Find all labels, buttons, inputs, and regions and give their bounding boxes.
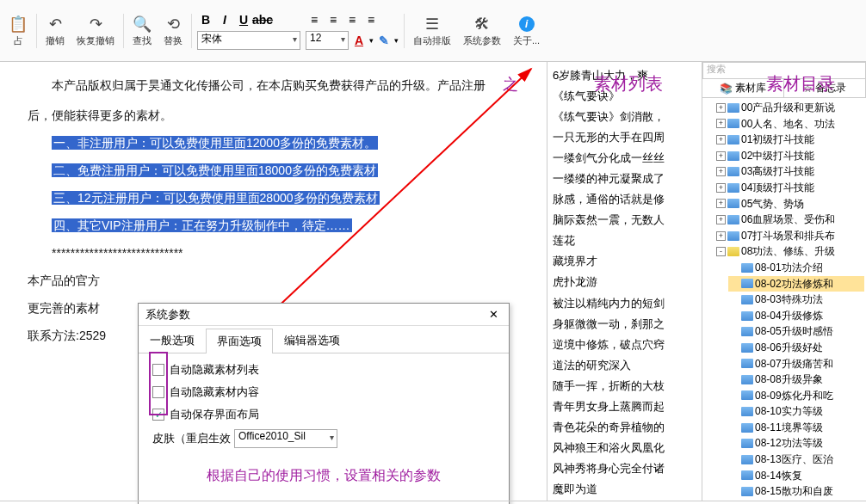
expand-icon[interactable]: +: [716, 151, 726, 161]
check-hide-content[interactable]: [152, 386, 164, 398]
list-item[interactable]: 随手一挥，折断的大枝: [553, 376, 696, 396]
list-item[interactable]: 道法的研究深入: [553, 355, 696, 376]
tree-item[interactable]: +01初级打斗技能: [716, 132, 864, 148]
folder-icon: [741, 263, 753, 273]
list-item[interactable]: 《练气要诀》: [553, 86, 696, 107]
list-item[interactable]: 一只无形的大手在四周: [553, 127, 696, 148]
tree-item[interactable]: 08-13医疗、医治: [728, 452, 864, 468]
list-item[interactable]: 《练气要诀》剑消散，: [553, 107, 696, 127]
folder-icon: [727, 183, 739, 193]
folder-icon: [741, 423, 753, 433]
tree-item[interactable]: +04顶级打斗技能: [716, 180, 864, 196]
tree-item[interactable]: -08功法、修练、升级: [716, 243, 864, 260]
expand-icon[interactable]: +: [716, 231, 726, 241]
tree-item[interactable]: 08-09炼化丹和吃: [728, 388, 864, 404]
expand-icon[interactable]: -: [716, 247, 726, 256]
align-justify-button[interactable]: ≡: [362, 12, 380, 28]
tree-label: 08-07升级痛苦和: [755, 356, 833, 372]
tree-tab-memo[interactable]: ☆备忘录: [784, 79, 866, 97]
font-select[interactable]: 宋体: [197, 31, 300, 50]
align-right-button[interactable]: ≡: [343, 12, 361, 28]
replace-button[interactable]: ⟲替换: [158, 12, 188, 49]
tree-item[interactable]: 08-04升级修炼: [728, 308, 864, 324]
ann-highlight: 之: [503, 76, 518, 93]
tree-label: 08-04升级修炼: [755, 308, 823, 324]
tree-item[interactable]: 08-07升级痛苦和: [728, 356, 864, 372]
list-item[interactable]: 莲花: [553, 230, 696, 251]
autolayout-button[interactable]: ☰自动排版: [408, 12, 456, 49]
highlight-button[interactable]: ✎: [375, 33, 393, 48]
sysparams-button[interactable]: 🛠系统参数: [458, 12, 506, 49]
tree-item[interactable]: 08-10实力等级: [728, 403, 864, 420]
find-button[interactable]: 🔍查找: [127, 12, 157, 49]
tree-item[interactable]: +02中级打斗技能: [716, 148, 864, 164]
material-tree[interactable]: +00产品升级和更新说+00人名、地名、功法+01初级打斗技能+02中级打斗技能…: [702, 98, 866, 501]
about-button[interactable]: i关于...: [508, 12, 545, 49]
list-item[interactable]: 一缕缕的神元凝聚成了: [553, 169, 696, 189]
tree-search[interactable]: 搜索: [702, 62, 866, 79]
align-left-button[interactable]: ≡: [306, 12, 323, 28]
font-color-drop-icon[interactable]: ▾: [369, 36, 374, 45]
tree-item[interactable]: 08-03特殊功法: [728, 292, 864, 308]
expand-icon[interactable]: +: [716, 103, 726, 113]
list-item[interactable]: 一缕剑气分化成一丝丝: [553, 148, 696, 169]
expand-icon[interactable]: +: [716, 183, 726, 193]
list-item[interactable]: 脉感，通俗的话就是修: [553, 189, 696, 210]
tree-item[interactable]: 08-02功法修炼和: [728, 276, 864, 292]
size-select[interactable]: 12: [306, 31, 349, 50]
expand-icon[interactable]: +: [716, 135, 726, 144]
tree-item[interactable]: 08-08升级异象: [728, 372, 864, 388]
list-item[interactable]: 逆境中修炼，破点穴窍: [553, 335, 696, 355]
expand-icon[interactable]: +: [716, 119, 726, 128]
tree-item[interactable]: +05气势、势场: [716, 196, 864, 212]
check-save-layout[interactable]: ✓: [152, 409, 164, 421]
check-hide-list[interactable]: [152, 364, 164, 376]
highlight-drop-icon[interactable]: ▾: [394, 36, 399, 45]
list-item[interactable]: 被注以精纯内力的短剑: [553, 293, 696, 314]
list-item[interactable]: 藏境界才: [553, 251, 696, 272]
list-item[interactable]: 风神秀将身心完全付诸: [553, 458, 696, 479]
tree-item[interactable]: +00产品升级和更新说: [716, 100, 864, 116]
tab-general[interactable]: 一般选项: [139, 328, 206, 353]
tree-item[interactable]: +03高级打斗技能: [716, 163, 864, 180]
list-item[interactable]: 风神狼王和浴火凤凰化: [553, 438, 696, 458]
tree-item[interactable]: 08-01功法介绍: [728, 260, 864, 276]
list-item[interactable]: 脑际轰然一震，无数人: [553, 210, 696, 230]
tree-item[interactable]: 08-06升级好处: [728, 340, 864, 356]
list-item[interactable]: 魔即为道: [553, 479, 696, 500]
expand-icon[interactable]: +: [716, 199, 726, 208]
tree-item[interactable]: 08-12功法等级: [728, 435, 864, 452]
list-item[interactable]: 身躯微微一动，刹那之: [553, 314, 696, 335]
list-item[interactable]: 6岁膝青山大力，爽: [553, 65, 696, 86]
bold-button[interactable]: B: [197, 12, 214, 28]
tree-item[interactable]: +00人名、地名、功法: [716, 116, 864, 132]
tree-item[interactable]: +07打斗场景和排兵布: [716, 228, 864, 244]
italic-button[interactable]: I: [216, 12, 233, 28]
undo-button[interactable]: ↶撤销: [40, 12, 70, 49]
strike-button[interactable]: abc: [254, 12, 271, 28]
skin-select[interactable]: Office2010_Sil: [234, 429, 337, 448]
close-icon[interactable]: ✕: [486, 308, 502, 321]
tree-tab-library[interactable]: 📚素材库: [702, 79, 784, 97]
expand-icon[interactable]: +: [716, 215, 726, 224]
dialog-titlebar[interactable]: 系统参数 ✕: [139, 304, 509, 326]
list-item[interactable]: 青色花朵的奇异植物的: [553, 417, 696, 438]
tab-editor[interactable]: 编辑器选项: [273, 328, 351, 353]
editor-intro-a: 本产品版权归属于昊通文化传播公司，在本店购买免费获得产品的升级。产品注册: [52, 78, 486, 92]
tree-item[interactable]: 08-05升级时感悟: [728, 323, 864, 340]
align-center-button[interactable]: ≡: [325, 12, 342, 28]
redo-button[interactable]: ↷恢复撤销: [71, 12, 120, 49]
folder-icon: [727, 103, 739, 113]
dialog-title: 系统参数: [145, 307, 190, 323]
underline-button[interactable]: U: [235, 12, 252, 28]
expand-icon[interactable]: +: [716, 167, 726, 176]
tab-interface[interactable]: 界面选项: [206, 329, 273, 353]
paste-button[interactable]: 📋占: [3, 12, 33, 49]
tree-item[interactable]: 08-15散功和自废: [728, 483, 864, 500]
list-item[interactable]: 虎扑龙游: [553, 272, 696, 292]
font-color-button[interactable]: A: [350, 33, 368, 48]
tree-item[interactable]: +06血腥场景、受伤和: [716, 212, 864, 228]
tree-item[interactable]: 08-14恢复: [728, 468, 864, 484]
tree-item[interactable]: 08-11境界等级: [728, 420, 864, 436]
list-item[interactable]: 青年男女身上蒸腾而起: [553, 396, 696, 417]
